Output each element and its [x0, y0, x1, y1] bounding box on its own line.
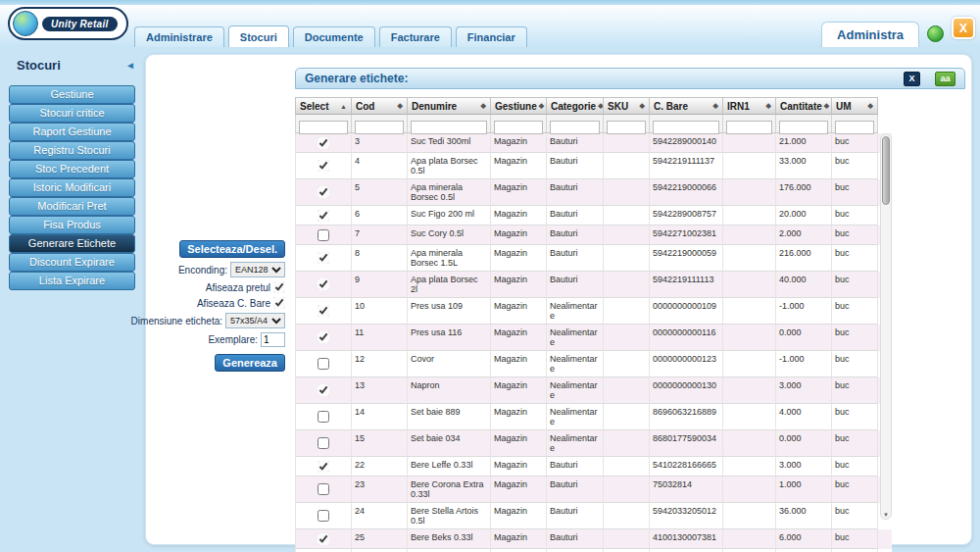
cell-gestiune: Magazin [491, 153, 547, 179]
filter-input-select[interactable] [299, 121, 348, 134]
row-select-checkbox[interactable] [318, 210, 329, 222]
column-header-select[interactable]: Select▲ [295, 97, 352, 115]
cell-categorie: Nealimentare [547, 377, 604, 404]
vertical-scrollbar[interactable]: ▼ [880, 133, 892, 520]
sidebar-item-istoric-modificari[interactable]: Istoric Modificari [9, 178, 135, 197]
filter-input-categorie[interactable] [550, 121, 600, 134]
row-select-checkbox[interactable] [318, 305, 329, 317]
tab-financiar[interactable]: Financiar [456, 26, 527, 47]
cell-gestiune: Magazin [491, 325, 547, 351]
row-select-checkbox[interactable] [318, 160, 329, 172]
column-label: Cantitate [780, 101, 822, 112]
column-header-categorie[interactable]: Categorie◆ [547, 97, 604, 115]
user-tab[interactable]: Administra [821, 22, 919, 47]
column-header-denumire[interactable]: Denumire◆ [408, 97, 491, 115]
table-row: 12CovorMagazinNealimentare0000000000123-… [295, 351, 892, 377]
column-label: Gestiune [495, 101, 537, 112]
column-header-um[interactable]: UM◆ [832, 97, 878, 115]
cell-irn1 [723, 226, 776, 245]
column-header-cantitate[interactable]: Cantitate◆ [776, 97, 832, 115]
vertical-scrollbar-thumb[interactable] [882, 136, 890, 205]
tab-documente[interactable]: Documente [293, 26, 375, 47]
sidebar-item-lista-expirare[interactable]: Lista Expirare [9, 272, 135, 290]
sidebar-item-raport-gestiune[interactable]: Raport Gestiune [9, 123, 135, 141]
sidebar-item-stoc-precedent[interactable]: Stoc Precedent [9, 160, 135, 178]
cell-um: buc [832, 153, 878, 179]
row-select-checkbox[interactable] [318, 252, 329, 264]
cell-categorie: Nealimentare [547, 298, 604, 325]
cell-cod: 25 [352, 529, 408, 549]
content-area: Stocuri ◄ GestiuneStocuri criticeRaport … [0, 47, 980, 552]
sidebar-item-generare-etichete[interactable]: Generare Etichete [9, 234, 135, 253]
row-select-checkbox[interactable] [318, 229, 329, 241]
column-header-gestiune[interactable]: Gestiune◆ [491, 97, 547, 115]
grid-close-button[interactable]: X [904, 72, 920, 86]
filter-input-sku[interactable] [607, 121, 646, 134]
grid-font-size-button[interactable]: aa [935, 72, 956, 86]
tab-administrare[interactable]: Administrare [134, 26, 224, 47]
sidebar-item-gestiune[interactable]: Gestiune [9, 85, 135, 104]
cell-irn1 [723, 477, 776, 503]
label-size-select[interactable]: 57x35/A4 [225, 313, 285, 328]
cell-sku [604, 245, 650, 272]
column-label: SKU [608, 101, 628, 112]
encoding-select[interactable]: EAN128 [230, 262, 285, 277]
row-select-checkbox[interactable] [318, 411, 329, 423]
copies-input[interactable] [261, 332, 285, 347]
cell-sku [604, 206, 650, 226]
cell-categorie: Bauturi [547, 272, 604, 298]
row-select-checkbox[interactable] [318, 461, 329, 473]
row-select-checkbox[interactable] [318, 384, 329, 396]
sort-icon: ◆ [539, 102, 544, 110]
column-header-irn1[interactable]: IRN1◆ [723, 97, 776, 115]
cell-sku [604, 457, 650, 477]
table-row: 4Apa plata Borsec 0.5lMagazinBauturi5942… [295, 153, 892, 179]
tab-facturare[interactable]: Facturare [379, 26, 452, 47]
filter-row [295, 115, 892, 133]
row-select-checkbox[interactable] [318, 137, 329, 149]
row-select-checkbox[interactable] [318, 533, 329, 545]
row-select-checkbox[interactable] [318, 278, 329, 290]
sidebar-item-modificari-pret[interactable]: Modificari Pret [9, 197, 135, 216]
filter-cell-um [832, 115, 878, 133]
column-header-sku[interactable]: SKU◆ [604, 97, 650, 115]
sidebar-collapse-icon[interactable]: ◄ [125, 61, 135, 71]
filter-input-um[interactable] [835, 121, 874, 134]
filter-input-denumire[interactable] [411, 121, 487, 134]
tab-stocuri[interactable]: Stocuri [228, 25, 289, 47]
sort-icon: ◆ [640, 102, 645, 110]
row-select-checkbox[interactable] [318, 358, 329, 370]
filter-input-gestiune[interactable] [494, 121, 543, 134]
scroll-down-icon[interactable]: ▼ [881, 512, 891, 518]
cell-c-bare: 5942271002381 [650, 226, 723, 245]
row-select-checkbox[interactable] [318, 437, 329, 449]
show-barcode-label: Afiseaza C. Bare [197, 298, 270, 309]
cell-select [295, 226, 352, 245]
sidebar-item-registru-stocuri[interactable]: Registru Stocuri [9, 141, 135, 160]
row-select-checkbox[interactable] [318, 331, 329, 343]
filter-input-cantitate[interactable] [779, 121, 828, 134]
generate-button[interactable]: Genereaza [215, 354, 285, 372]
filter-cell-cod [352, 115, 408, 133]
cell-irn1 [723, 503, 776, 529]
sidebar-item-discount-expirare[interactable]: Discount Expirare [9, 253, 135, 272]
column-header-c-bare[interactable]: C. Bare◆ [650, 97, 723, 115]
show-price-checkbox[interactable] [273, 281, 285, 293]
cell-cantitate: 176.000 [776, 179, 832, 206]
show-barcode-checkbox[interactable] [273, 297, 285, 309]
cell-denumire: Apa plata Borsec 2l [408, 272, 491, 298]
close-app-button[interactable]: X [952, 17, 975, 39]
cell-cod: 12 [352, 351, 408, 377]
filter-input-irn1[interactable] [726, 121, 772, 134]
cell-irn1 [723, 529, 776, 549]
sidebar-item-fisa-produs[interactable]: Fisa Produs [9, 216, 135, 234]
row-select-checkbox[interactable] [318, 186, 329, 198]
table-row: 8Apa minerala Borsec 1.5LMagazinBauturi5… [295, 245, 892, 272]
filter-input-c-bare[interactable] [653, 121, 719, 134]
row-select-checkbox[interactable] [318, 510, 329, 522]
row-select-checkbox[interactable] [318, 483, 329, 495]
select-all-button[interactable]: Selecteaza/Desel. [179, 240, 285, 258]
column-header-cod[interactable]: Cod◆ [352, 97, 408, 115]
filter-input-cod[interactable] [355, 121, 404, 134]
sidebar-item-stocuri-critice[interactable]: Stocuri critice [9, 104, 135, 123]
